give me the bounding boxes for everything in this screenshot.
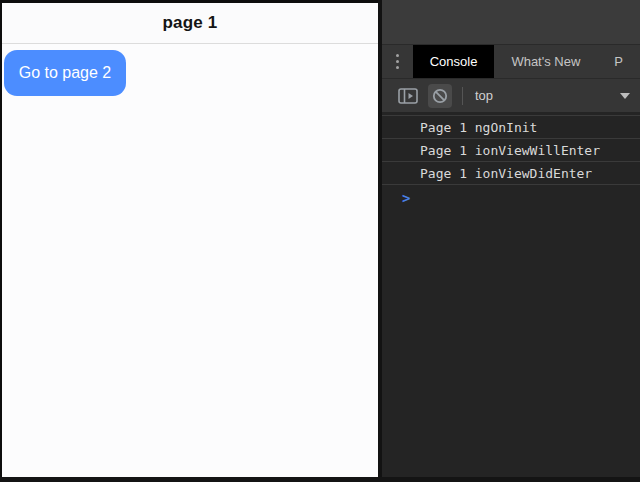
console-message: Page 1 ionViewWillEnter (382, 139, 640, 162)
devtools-top-area (382, 0, 640, 44)
console-output: Page 1 ngOnInit Page 1 ionViewWillEnter … (382, 113, 640, 477)
tab-console[interactable]: Console (413, 45, 495, 78)
window-frame-top (0, 0, 382, 3)
screen: page 1 Go to page 2 Console What's New P (0, 0, 640, 482)
clear-console-button[interactable] (428, 84, 452, 108)
app-header: page 1 (2, 3, 378, 44)
app-preview-panel: page 1 Go to page 2 (2, 3, 378, 477)
console-sidebar-icon (398, 88, 418, 104)
page-title: page 1 (162, 13, 217, 33)
more-options-button[interactable] (382, 45, 413, 78)
context-selector[interactable]: top (475, 88, 493, 103)
console-message: Page 1 ionViewDidEnter (382, 162, 640, 185)
kebab-menu-icon (396, 54, 399, 69)
clear-console-icon (432, 88, 448, 104)
window-frame-left (0, 0, 2, 477)
tab-partial[interactable]: P (597, 45, 640, 78)
console-sidebar-toggle-button[interactable] (396, 84, 420, 108)
console-toolbar: top (382, 78, 640, 112)
window-frame-bottom (0, 477, 640, 482)
devtools-panel: Console What's New P top (382, 0, 640, 477)
toolbar-separator (462, 87, 463, 105)
go-to-page-2-button[interactable]: Go to page 2 (4, 50, 126, 96)
console-input-prompt[interactable]: > (382, 190, 640, 206)
tab-whats-new[interactable]: What's New (494, 45, 597, 78)
console-message: Page 1 ngOnInit (382, 116, 640, 139)
devtools-tab-bar: Console What's New P (382, 44, 640, 78)
chevron-down-icon[interactable] (620, 93, 630, 99)
